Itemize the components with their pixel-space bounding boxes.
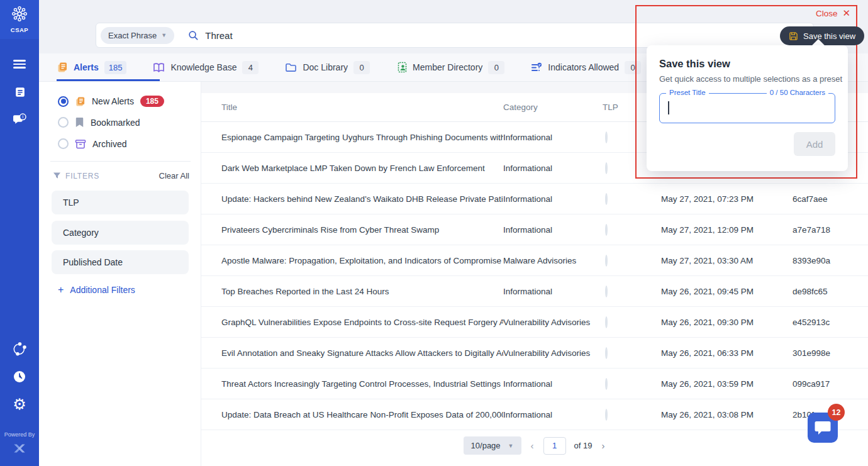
archive-icon	[75, 139, 86, 149]
integrations-icon[interactable]	[0, 335, 39, 363]
tab-count: 0	[488, 61, 504, 74]
book-icon	[153, 62, 165, 73]
chat-unread-badge: 12	[828, 404, 845, 421]
bookmark-icon	[75, 117, 84, 128]
csap-logo-icon	[11, 6, 28, 25]
tab-label: Alerts	[74, 62, 99, 72]
funnel-icon	[53, 172, 61, 180]
documents-icon[interactable]	[0, 78, 39, 106]
new-alerts-count-badge: 185	[140, 96, 164, 107]
tlp-indicator	[605, 286, 608, 297]
filter-group-category[interactable]: Category	[52, 221, 189, 245]
tab-count: 0	[625, 61, 641, 74]
popover-title: Save this view	[659, 58, 730, 70]
save-icon	[789, 31, 798, 41]
preset-title-input[interactable]: Preset Title 0 / 50 Characters	[659, 93, 835, 123]
filter-group-tlp[interactable]: TLP	[52, 191, 189, 214]
search-mode-label: Exact Phrase	[108, 31, 157, 40]
tab-count: 4	[242, 61, 259, 74]
plus-icon: +	[58, 284, 64, 296]
chevron-down-icon: ▼	[161, 32, 167, 38]
active-tab-underline	[57, 79, 160, 81]
tab-label: Indicators Allowed	[548, 62, 619, 72]
tlp-indicator	[605, 378, 608, 390]
tab-knowledge-base[interactable]: Knowledge Base 4	[153, 61, 259, 74]
address-book-icon	[396, 62, 407, 73]
page-number-input[interactable]	[543, 437, 566, 455]
search-icon	[188, 30, 199, 41]
popover-subtitle: Get quick access to multiple selections …	[659, 74, 842, 84]
radio-icon[interactable]	[58, 117, 69, 128]
table-row[interactable]: Update: Hackers behind New Zealand's Wai…	[201, 184, 868, 214]
additional-filters-button[interactable]: + Additional Filters	[58, 284, 135, 296]
next-page-button[interactable]: ›	[600, 440, 606, 451]
column-header-category: Category	[503, 103, 603, 112]
app-logo-text: CSAP	[11, 26, 28, 33]
menu-icon[interactable]	[0, 50, 39, 78]
tab-count: 0	[353, 61, 370, 74]
search-input[interactable]: Exact Phrase ▼ Threat ✕	[96, 23, 814, 48]
table-row[interactable]: Update: Data Breach at US Healthcare Non…	[201, 399, 868, 430]
app-logo[interactable]: CSAP	[0, 0, 39, 39]
chat-bubble-icon	[814, 419, 832, 436]
tab-member-directory[interactable]: Member Directory 0	[396, 61, 504, 74]
tlp-indicator	[605, 316, 608, 328]
tlp-indicator	[605, 347, 608, 359]
tlp-indicator	[605, 224, 608, 236]
tlp-indicator	[605, 255, 608, 267]
preset-title-label: Preset Title	[666, 89, 709, 96]
tab-label: Member Directory	[413, 62, 482, 72]
view-new-alerts[interactable]: New Alerts 185	[58, 96, 164, 107]
close-icon: ✕	[843, 8, 851, 19]
view-bookmarked[interactable]: Bookmarked	[58, 117, 140, 128]
view-archived[interactable]: Archived	[58, 138, 126, 149]
feedback-icon[interactable]: i	[0, 106, 39, 133]
tab-label: Doc Library	[303, 62, 348, 72]
save-view-button-label: Save this view	[803, 31, 855, 41]
tab-indicators-allowed[interactable]: Indicators Allowed 0	[531, 61, 641, 74]
radio-selected-icon[interactable]	[58, 96, 69, 107]
search-mode-dropdown[interactable]: Exact Phrase ▼	[101, 27, 174, 44]
indicators-icon	[531, 62, 542, 73]
tlp-indicator	[605, 193, 608, 205]
alerts-icon	[75, 96, 86, 107]
tab-doc-library[interactable]: Doc Library 0	[285, 61, 370, 74]
prev-page-button[interactable]: ‹	[530, 440, 535, 451]
table-row[interactable]: GraphQL Vulnerabilities Expose Endpoints…	[201, 307, 868, 338]
save-view-popover: Save this view Get quick access to multi…	[647, 45, 848, 171]
filter-group-published-date[interactable]: Published Date	[52, 250, 189, 274]
tour-close-button[interactable]: Close ✕	[816, 8, 850, 19]
recent-activity-icon[interactable]	[0, 363, 39, 391]
table-row[interactable]: Top Breaches Reported in the Last 24 Hou…	[201, 276, 868, 307]
column-header-title: Title	[221, 103, 503, 112]
table-row[interactable]: Privateers Cybercriminals Rise from Cybe…	[201, 214, 868, 245]
cyware-logo-icon	[0, 440, 39, 457]
pagination: 10/page ▼ ‹ of 19 ›	[201, 436, 868, 455]
text-cursor	[668, 101, 669, 114]
char-count-label: 0 / 50 Characters	[767, 89, 828, 96]
sidebar: CSAP i ⚙ Powered By	[0, 0, 39, 466]
tlp-indicator	[605, 131, 608, 143]
divider	[50, 161, 191, 162]
table-row[interactable]: Threat Actors Increasingly Targeting Con…	[201, 369, 868, 399]
page-size-dropdown[interactable]: 10/page ▼	[464, 436, 521, 455]
search-query-text: Threat	[205, 30, 232, 41]
table-row[interactable]: Evil Annotation and Sneaky Signature Att…	[201, 338, 868, 369]
view-label: Bookmarked	[91, 118, 140, 128]
tlp-indicator	[605, 162, 608, 174]
add-preset-button[interactable]: Add	[794, 132, 835, 156]
tlp-indicator	[605, 409, 608, 421]
powered-by-label: Powered By	[0, 431, 39, 438]
chevron-down-icon: ▼	[508, 443, 514, 449]
tab-alerts[interactable]: Alerts 185	[57, 61, 126, 74]
radio-icon[interactable]	[58, 138, 69, 149]
page-total-label: of 19	[574, 441, 593, 450]
view-label: Archived	[92, 139, 126, 149]
view-label: New Alerts	[92, 96, 134, 106]
tab-label: Knowledge Base	[170, 62, 236, 72]
alerts-icon	[57, 62, 68, 73]
table-row[interactable]: Apostle Malware: Propagation, Exploitati…	[201, 245, 868, 276]
clear-all-button[interactable]: Clear All	[159, 171, 189, 180]
settings-icon[interactable]: ⚙	[0, 391, 39, 418]
folder-icon	[285, 62, 297, 72]
